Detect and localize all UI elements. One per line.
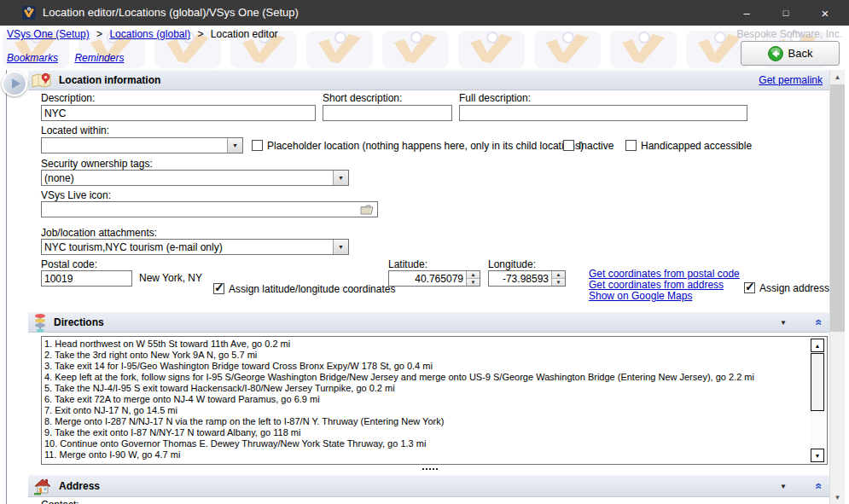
breadcrumb-separator: > <box>96 28 102 40</box>
section-title: Location information <box>59 74 160 86</box>
watermark-logo-tile <box>382 31 449 68</box>
maximize-button[interactable]: □ <box>766 0 805 26</box>
chevron-down-icon[interactable]: ▼ <box>333 240 348 254</box>
full-description-input[interactable] <box>459 105 747 121</box>
spinner-down-icon[interactable]: ▼ <box>552 279 565 286</box>
vsys-live-icon-label: VSys Live icon: <box>41 189 111 201</box>
security-tags-value: (none) <box>42 171 333 185</box>
direction-line: 5. Take the NJ-4/I-95 S exit toward Hack… <box>44 383 810 394</box>
handicapped-accessible-label: Handicapped accessible <box>641 140 752 152</box>
chevron-down-icon[interactable]: ▼ <box>333 171 348 185</box>
assign-latlong-checkbox[interactable] <box>213 283 224 294</box>
section-header-address: Address ▼ » <box>28 475 829 497</box>
breadcrumb-separator: > <box>198 28 204 40</box>
section-menu-caret-icon[interactable]: ▼ <box>780 319 787 327</box>
directions-textbox[interactable]: 1. Head northwest on W 55th St toward 11… <box>41 336 828 465</box>
longitude-value[interactable]: -73.98593 <box>489 271 551 286</box>
direction-line: 11. Merge onto I-90 W, go 4.7 mi <box>44 449 810 461</box>
postal-code-input[interactable] <box>41 270 132 287</box>
company-name: Bespoke Software, Inc. <box>737 28 842 40</box>
placeholder-location-label: Placeholder location (nothing happens he… <box>267 140 584 152</box>
spinner-up-icon[interactable]: ▲ <box>552 271 565 279</box>
latitude-value[interactable]: 40.765079 <box>389 271 466 286</box>
collapse-section-icon[interactable]: » <box>811 479 824 493</box>
placeholder-location-checkbox[interactable] <box>252 140 263 151</box>
breadcrumb-vsys-one-setup[interactable]: VSys One (Setup) <box>7 28 90 40</box>
play-icon <box>12 78 20 89</box>
expand-panel-button[interactable] <box>2 71 27 96</box>
scrollbar-thumb[interactable] <box>830 84 845 332</box>
chevron-down-icon[interactable]: ▼ <box>227 138 242 153</box>
assign-latlong-label: Assign latitude/longitude coordinates <box>229 283 395 295</box>
security-tags-combobox[interactable]: (none) ▼ <box>41 170 349 186</box>
bookmarks-link[interactable]: Bookmarks <box>7 52 58 64</box>
assign-address-checkbox[interactable] <box>744 282 755 293</box>
scroll-down-icon[interactable]: ▼ <box>830 490 845 504</box>
spinner-down-icon[interactable]: ▼ <box>467 279 480 286</box>
short-description-input[interactable] <box>323 105 452 121</box>
scroll-up-icon[interactable]: ▲ <box>830 70 845 84</box>
attachments-label: Job/location attachments: <box>41 227 157 239</box>
breadcrumb-current-page: Location editor <box>211 28 278 40</box>
collapse-section-icon[interactable]: » <box>811 316 824 329</box>
breadcrumb: VSys One (Setup) > Locations (global) > … <box>7 28 278 40</box>
direction-line: 9. Take the exit onto I-87 N/NY-17 N tow… <box>44 427 810 438</box>
direction-line: 7. Exit onto NJ-17 N, go 14.5 mi <box>44 405 810 416</box>
section-header-directions: Directions ▼ » <box>28 312 829 333</box>
minimize-button[interactable]: – <box>727 0 766 26</box>
security-tags-label: Security ownership tags: <box>41 158 153 170</box>
description-label: Description: <box>41 92 95 104</box>
attachments-combobox[interactable]: NYC tourism,NYC tourism (e-mail only) ▼ <box>41 239 349 255</box>
get-coordinates-address-link[interactable]: Get coordinates from address <box>589 279 724 291</box>
direction-line: 4. Keep left at the fork, follow signs f… <box>44 372 810 383</box>
get-permalink-link[interactable]: Get permalink <box>759 74 823 86</box>
section-title: Directions <box>54 316 104 328</box>
panel-left-border <box>6 70 7 504</box>
section-header-location-information: Location information Get permalink <box>28 70 829 90</box>
inactive-checkbox[interactable] <box>563 140 574 151</box>
splitter-handle[interactable] <box>421 466 439 472</box>
scroll-down-icon[interactable]: ▼ <box>811 449 824 462</box>
show-google-maps-link[interactable]: Show on Google Maps <box>589 290 692 302</box>
vsys-live-icon-input[interactable] <box>41 201 378 217</box>
direction-line: 10. Continue onto Governor Thomas E. Dew… <box>44 438 810 449</box>
direction-line: 1. Head northwest on W 55th St toward 11… <box>44 339 810 350</box>
title-bar: Location editor/Locations (global)/VSys … <box>0 0 849 26</box>
vsys-logo-icon <box>22 6 36 20</box>
directions-list: 1. Head northwest on W 55th St toward 11… <box>44 339 810 461</box>
scrollbar-thumb[interactable] <box>811 353 824 411</box>
back-button[interactable]: Back <box>741 41 840 66</box>
house-icon <box>33 477 52 495</box>
located-within-value <box>42 138 227 153</box>
located-within-combobox[interactable]: ▼ <box>41 137 243 154</box>
section-menu-caret-icon[interactable]: ▼ <box>780 483 787 490</box>
close-button[interactable]: × <box>805 0 845 26</box>
direction-line: 8. Merge onto I-287 N/NJ-17 N via the ra… <box>44 416 810 427</box>
description-input[interactable] <box>41 105 316 121</box>
spinner-up-icon[interactable]: ▲ <box>467 271 480 279</box>
get-coordinates-postal-link[interactable]: Get coordinates from postal code <box>589 268 740 280</box>
main-scrollbar[interactable]: ▲ ▼ <box>829 70 845 504</box>
app-window: Location editor/Locations (global)/VSys … <box>0 0 849 504</box>
longitude-spinner[interactable]: -73.98593 ▲ ▼ <box>488 270 566 287</box>
section-title: Address <box>59 480 100 492</box>
assign-address-label: Assign address <box>759 282 829 294</box>
browse-folder-icon[interactable] <box>358 203 375 216</box>
located-within-label: Located within: <box>41 125 109 136</box>
directions-scrollbar[interactable]: ▲ ▼ <box>811 339 825 462</box>
reminders-link[interactable]: Reminders <box>74 52 124 64</box>
watermark-logo-tile <box>458 31 525 68</box>
watermark-logo-tile <box>534 31 601 68</box>
direction-line: 6. Take exit 72A to merge onto NJ-4 W to… <box>44 394 810 405</box>
latitude-spinner[interactable]: 40.765079 ▲ ▼ <box>388 270 480 287</box>
direction-line: 2. Take the 3rd right onto New York 9A N… <box>44 350 810 361</box>
direction-line: 3. Take exit 14 for I-95/Geo Washington … <box>44 361 810 372</box>
breadcrumb-locations-global[interactable]: Locations (global) <box>109 28 190 40</box>
scroll-up-icon[interactable]: ▲ <box>811 339 824 352</box>
longitude-label: Longitude: <box>488 258 536 270</box>
watermark-logo-tile <box>610 31 677 68</box>
handicapped-accessible-checkbox[interactable] <box>625 140 637 151</box>
inactive-label: Inactive <box>579 140 613 152</box>
postal-city-text: New York, NY <box>139 272 202 284</box>
watermark-logo-tile <box>306 31 373 68</box>
